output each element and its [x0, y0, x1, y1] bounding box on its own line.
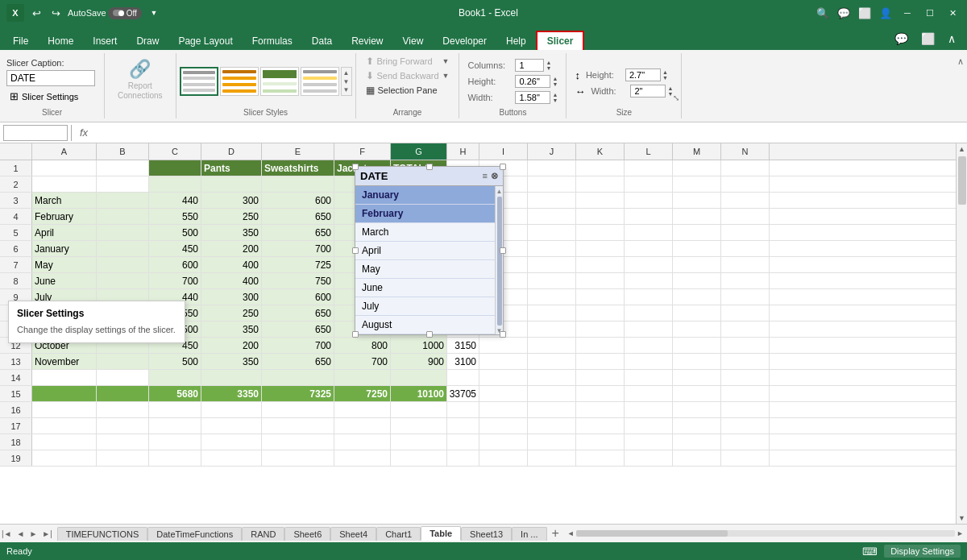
cell-f13[interactable]: 700: [334, 354, 391, 369]
cell-j7[interactable]: [528, 257, 576, 272]
send-backward-button[interactable]: ⬇ Send Backward ▼: [363, 69, 453, 82]
sheet-tab-datetimefunctions[interactable]: DateTimeFunctions: [147, 527, 242, 541]
tab-view[interactable]: View: [393, 32, 434, 50]
cell-m2[interactable]: [673, 176, 721, 192]
cell-b7[interactable]: [97, 257, 149, 272]
slicer-handle-br[interactable]: [500, 331, 506, 338]
cell-n3[interactable]: [721, 193, 770, 208]
cell-m13[interactable]: [673, 354, 721, 369]
btn-height-down[interactable]: ▼: [552, 81, 558, 87]
cell-g13[interactable]: 900: [391, 354, 447, 369]
cell-l3[interactable]: [625, 193, 673, 208]
sheet-nav-prev[interactable]: ◄: [15, 528, 27, 540]
btn-width-up[interactable]: ▲: [552, 92, 558, 97]
col-header-d[interactable]: D: [201, 143, 262, 160]
cell-l2[interactable]: [625, 176, 673, 192]
display-settings-button[interactable]: Display Settings: [884, 545, 961, 558]
scroll-thumb[interactable]: [958, 156, 966, 205]
slicer-scroll-up[interactable]: ▲: [496, 188, 503, 195]
add-sheet-button[interactable]: +: [547, 525, 564, 542]
cell-h12[interactable]: 3150: [447, 338, 479, 353]
cell-i14[interactable]: [479, 370, 528, 385]
cell-n12[interactable]: [721, 338, 770, 353]
size-height-spin-arrows[interactable]: ▲ ▼: [662, 69, 668, 81]
cell-l12[interactable]: [625, 338, 673, 353]
cell-a14[interactable]: [32, 370, 97, 385]
cell-e1[interactable]: Sweatshirts: [262, 160, 334, 176]
comment-icon[interactable]: 💬: [836, 6, 851, 20]
excel-icon[interactable]: X: [6, 4, 24, 22]
cell-e8[interactable]: 750: [262, 273, 334, 288]
sheet-tab-sheet6[interactable]: Sheet6: [284, 527, 330, 541]
cell-k4[interactable]: [576, 209, 625, 224]
collapse-ribbon-button[interactable]: ∧: [954, 53, 967, 118]
cell-h13[interactable]: 3100: [447, 354, 479, 369]
cell-d6[interactable]: 200: [201, 241, 262, 256]
cell-n6[interactable]: [721, 241, 770, 256]
h-scroll-right[interactable]: ►: [957, 529, 964, 537]
cell-d12[interactable]: 200: [201, 338, 262, 353]
restore-button[interactable]: ☐: [922, 5, 938, 21]
slicer-item-february[interactable]: February: [355, 205, 495, 223]
cell-l14[interactable]: [625, 370, 673, 385]
cell-a5[interactable]: April: [32, 225, 97, 240]
cell-f12[interactable]: 800: [334, 338, 391, 353]
vertical-scrollbar[interactable]: ▲ ▼: [956, 143, 967, 524]
cell-c3[interactable]: 440: [149, 193, 201, 208]
col-header-g[interactable]: G: [391, 143, 447, 160]
cell-m15[interactable]: [673, 386, 721, 401]
btn-width-spin-arrows[interactable]: ▲ ▼: [552, 92, 558, 103]
cell-f15[interactable]: 7250: [334, 386, 391, 401]
size-height-input[interactable]: [625, 68, 661, 81]
cell-n2[interactable]: [721, 176, 770, 192]
cell-d11[interactable]: 350: [201, 321, 262, 337]
sheet-nav-last[interactable]: ►|: [40, 528, 54, 540]
btn-height-spin-arrows[interactable]: ▲ ▼: [552, 76, 558, 87]
sheet-tab-sheet13[interactable]: Sheet13: [461, 527, 512, 541]
sheet-tab-timefunctions[interactable]: TIMEFUNCTIONS: [57, 527, 147, 541]
cell-g12[interactable]: 1000: [391, 338, 447, 353]
cell-j11[interactable]: [528, 321, 576, 337]
col-header-i[interactable]: I: [479, 143, 528, 160]
slicer-handle-tr[interactable]: [500, 164, 506, 170]
cell-b3[interactable]: [97, 193, 149, 208]
cell-a13[interactable]: November: [32, 354, 97, 369]
cell-j6[interactable]: [528, 241, 576, 256]
cell-m7[interactable]: [673, 257, 721, 272]
col-header-a[interactable]: A: [32, 143, 97, 160]
cell-n1[interactable]: [721, 160, 770, 176]
cell-m10[interactable]: [673, 305, 721, 321]
cell-j2[interactable]: [528, 176, 576, 192]
cell-e11[interactable]: 650: [262, 321, 334, 337]
cell-e14[interactable]: [262, 370, 334, 385]
cell-i15[interactable]: [479, 386, 528, 401]
cell-n14[interactable]: [721, 370, 770, 385]
col-header-h[interactable]: H: [447, 143, 479, 160]
cell-a1[interactable]: [32, 160, 97, 176]
cell-b4[interactable]: [97, 209, 149, 224]
cell-i12[interactable]: [479, 338, 528, 353]
name-box[interactable]: [3, 125, 68, 141]
cell-e3[interactable]: 600: [262, 193, 334, 208]
slicer-clear-filter-button[interactable]: ⊗: [491, 171, 498, 181]
cell-k6[interactable]: [576, 241, 625, 256]
cell-j4[interactable]: [528, 209, 576, 224]
bring-forward-dropdown[interactable]: ▼: [442, 57, 450, 65]
sheet-nav-next[interactable]: ►: [27, 528, 39, 540]
scroll-down-icon[interactable]: ▼: [343, 78, 350, 86]
slicer-handle-bl[interactable]: [352, 331, 359, 338]
cell-k8[interactable]: [576, 273, 625, 288]
cell-j12[interactable]: [528, 338, 576, 353]
cell-j13[interactable]: [528, 354, 576, 369]
cell-g14[interactable]: [391, 370, 447, 385]
cell-n10[interactable]: [721, 305, 770, 321]
cell-n4[interactable]: [721, 209, 770, 224]
ribbon-share-icon[interactable]: ⬜: [916, 31, 940, 47]
cell-b6[interactable]: [97, 241, 149, 256]
slicer-handle-tl[interactable]: [352, 164, 359, 170]
tab-page-layout[interactable]: Page Layout: [168, 32, 242, 50]
ribbon-comment-icon[interactable]: 💬: [890, 31, 913, 47]
cell-k13[interactable]: [576, 354, 625, 369]
cell-d7[interactable]: 400: [201, 257, 262, 272]
cell-l11[interactable]: [625, 321, 673, 337]
